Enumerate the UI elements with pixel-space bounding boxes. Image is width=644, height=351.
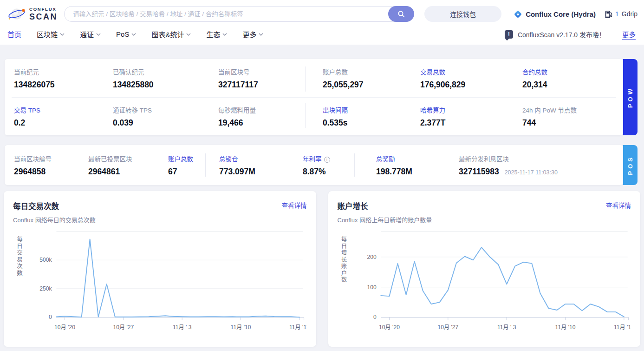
daily-transactions-card: 每日交易次数 Conflux 网络每日的交易总次数 查看详情 每日交易次数 02… bbox=[4, 191, 316, 347]
pow-tab[interactable]: POW bbox=[623, 59, 637, 135]
stat-pos-apy: 年利率i 8.87% bbox=[303, 154, 376, 185]
nav-item-charts-stats[interactable]: 图表&统计 bbox=[151, 29, 191, 39]
stat-pos-total-rewards: 总奖励 198.778M bbox=[376, 154, 459, 185]
y-axis-label: 每日交易次数 bbox=[15, 236, 24, 277]
logo-text: CONFLUX SCAN bbox=[29, 7, 58, 21]
gas-price-value: 1 bbox=[615, 10, 619, 18]
column-divider bbox=[205, 153, 206, 177]
pow-stats-card: 当前纪元 134826075 已确认纪元 134825880 当前区块号 327… bbox=[5, 59, 623, 135]
search-bar bbox=[64, 6, 414, 22]
header: CONFLUX SCAN 连接钱包 bbox=[0, 0, 644, 45]
connect-wallet-button[interactable]: 连接钱包 bbox=[424, 6, 501, 22]
nav-item-more[interactable]: 更多 bbox=[242, 29, 263, 39]
chevron-down-icon bbox=[186, 33, 191, 36]
stat-total-transactions: 交易总数 176,906,829 bbox=[420, 67, 522, 97]
row-divider bbox=[12, 97, 616, 98]
svg-text:200: 200 bbox=[367, 254, 377, 260]
network-selector[interactable]: Conflux Core (Hydra) bbox=[514, 10, 596, 19]
account-growth-card: 账户增长 Conflux 网络上每日新增的账户数量 查看详情 每日增长账户数 0… bbox=[328, 191, 641, 347]
column-divider bbox=[354, 153, 355, 177]
svg-text:11月 '17: 11月 '17 bbox=[289, 324, 307, 331]
chart-title: 账户增长 bbox=[338, 200, 432, 212]
svg-text:100: 100 bbox=[367, 284, 377, 291]
chevron-down-icon bbox=[60, 33, 65, 36]
stat-total-accounts: 账户总数 25,055,297 bbox=[323, 67, 420, 97]
stat-pos-latest-interest-block: 最新分发利息区块 327115983 2025-11-17 11:03:30 bbox=[459, 154, 623, 185]
conflux-network-icon bbox=[514, 10, 522, 19]
gas-price-unit: Gdrip bbox=[622, 10, 637, 18]
svg-text:10月 '20: 10月 '20 bbox=[54, 324, 75, 331]
svg-text:0: 0 bbox=[373, 314, 376, 320]
network-label: Conflux Core (Hydra) bbox=[526, 10, 596, 18]
stat-confirmed-epoch: 已确认纪元 134825880 bbox=[113, 67, 218, 97]
chevron-down-icon bbox=[131, 33, 136, 36]
chevron-down-icon bbox=[96, 33, 101, 36]
stat-pos-total-accounts: 账户总数 67 bbox=[168, 154, 219, 185]
gas-pump-icon bbox=[605, 10, 612, 18]
stat-gas-per-second: 每秒燃料用量 19,466 bbox=[218, 105, 323, 135]
svg-text:0: 0 bbox=[49, 314, 52, 320]
pos-tab[interactable]: POS bbox=[623, 145, 637, 185]
stat-pos-total-locked: 总锁仓 773.097M bbox=[219, 154, 303, 185]
announcement-more-link[interactable]: 更多 bbox=[622, 29, 636, 39]
interest-block-timestamp: 2025-11-17 11:03:30 bbox=[505, 169, 558, 176]
svg-text:10月 '20: 10月 '20 bbox=[379, 324, 400, 331]
nav-item-tokens[interactable]: 通证 bbox=[80, 29, 101, 39]
charts-section: 每日交易次数 Conflux 网络每日的交易总次数 查看详情 每日交易次数 02… bbox=[4, 191, 640, 347]
pos-stats-card: 当前区块编号 2964858 最新已投票区块 2964861 账户总数 67 总… bbox=[5, 145, 623, 185]
svg-text:11月 ' 3: 11月 ' 3 bbox=[173, 324, 192, 331]
search-icon bbox=[397, 10, 405, 18]
stat-hashrate: 哈希算力 2.377T bbox=[420, 105, 522, 135]
stat-current-epoch: 当前纪元 134826075 bbox=[14, 67, 113, 97]
stat-current-block-number: 当前区块号 327117117 bbox=[218, 67, 323, 97]
view-details-link[interactable]: 查看详情 bbox=[606, 200, 631, 210]
svg-text:11月 '10: 11月 '10 bbox=[231, 324, 251, 331]
nav-item-pos[interactable]: PoS bbox=[116, 30, 136, 38]
search-input[interactable] bbox=[64, 6, 414, 22]
chart-subtitle: Conflux 网络每日的交易总次数 bbox=[13, 215, 96, 224]
column-divider bbox=[305, 66, 306, 92]
chart-title: 每日交易次数 bbox=[13, 200, 96, 212]
main-nav: 首页 区块链 通证 PoS 图表&统计 生态 bbox=[7, 24, 637, 45]
stat-block-interval: 出块间隔 0.535s bbox=[323, 105, 420, 135]
info-icon[interactable]: i bbox=[324, 157, 330, 163]
view-details-link[interactable]: 查看详情 bbox=[282, 200, 307, 210]
svg-text:500k: 500k bbox=[39, 257, 52, 263]
nav-item-ecosystem[interactable]: 生态 bbox=[206, 29, 227, 39]
chevron-down-icon bbox=[222, 33, 227, 36]
svg-text:11月 '17: 11月 '17 bbox=[613, 324, 631, 331]
column-divider bbox=[305, 103, 306, 128]
svg-text:250k: 250k bbox=[39, 285, 52, 292]
stat-pow-nodes-24h: 24h 内 PoW 节点数 744 bbox=[522, 105, 623, 135]
logo-scan: SCAN bbox=[29, 13, 58, 21]
nav-item-home[interactable]: 首页 bbox=[7, 29, 21, 39]
svg-text:10月 '27: 10月 '27 bbox=[113, 324, 134, 331]
logo-conflux: CONFLUX bbox=[29, 7, 58, 12]
y-axis-label: 每日增长账户数 bbox=[339, 236, 348, 284]
stat-pos-current-block: 当前区块编号 2964858 bbox=[14, 154, 88, 185]
svg-text:11月 '10: 11月 '10 bbox=[555, 324, 575, 331]
gas-price[interactable]: 1 Gdrip bbox=[605, 10, 637, 18]
chevron-down-icon bbox=[259, 33, 263, 36]
announcement-icon: ! bbox=[505, 30, 513, 39]
account-growth-chart: 010020010月 '2010月 '2711月 ' 311月 '1011月 '… bbox=[338, 226, 631, 340]
svg-text:10月 '27: 10月 '27 bbox=[437, 324, 458, 331]
confluxscan-logo[interactable]: CONFLUX SCAN bbox=[7, 7, 58, 21]
stat-transaction-tps: 交易 TPS 0.2 bbox=[14, 105, 113, 135]
stat-pos-latest-voted-block: 最新已投票区块 2964861 bbox=[88, 154, 168, 185]
search-button[interactable] bbox=[388, 6, 414, 22]
announcement-text: ConfluxScan v2.17.0 发布喽！ bbox=[518, 30, 605, 39]
stat-token-transfer-tps: 通证转移 TPS 0.039 bbox=[113, 105, 218, 135]
svg-text:11月 ' 3: 11月 ' 3 bbox=[497, 324, 516, 331]
nav-item-blockchain[interactable]: 区块链 bbox=[37, 29, 65, 39]
chart-subtitle: Conflux 网络上每日新增的账户数量 bbox=[338, 215, 432, 224]
planet-icon bbox=[7, 7, 26, 21]
stat-total-contracts: 合约总数 20,314 bbox=[522, 67, 623, 97]
daily-transactions-chart: 0250k500k10月 '2010月 '2711月 ' 311月 '1011月… bbox=[13, 226, 307, 340]
